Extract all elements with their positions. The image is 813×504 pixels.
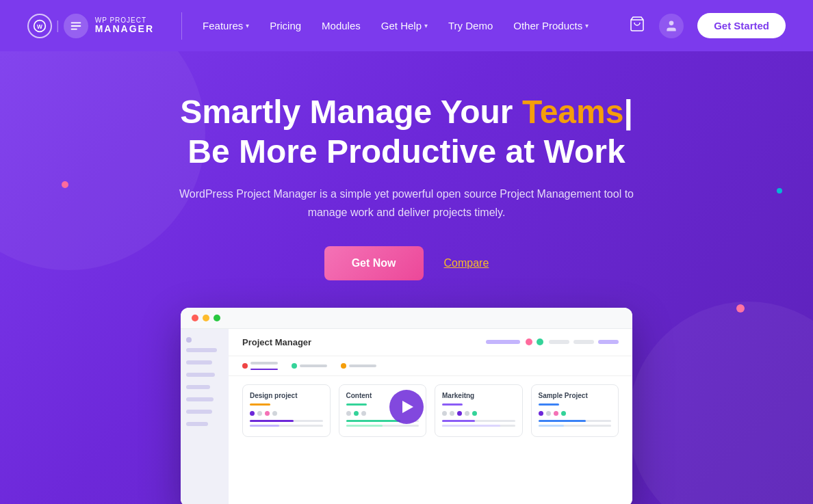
card-title: Sample Project — [539, 392, 612, 399]
nav-get-help[interactable]: Get Help ▾ — [381, 20, 428, 31]
hero-highlight: Teams — [522, 94, 624, 130]
mockup-titlebar — [181, 308, 632, 329]
dot-decoration — [777, 188, 782, 194]
card-title: Markeitng — [442, 392, 515, 399]
get-now-button[interactable]: Get Now — [324, 246, 424, 280]
mockup-card-design: Design project — [242, 384, 331, 437]
mockup-app-header: Project Manager — [229, 329, 632, 356]
mockup-main: Project Manager — [229, 329, 632, 504]
brand-text: WP PROJECT MANAGER — [95, 16, 154, 34]
compare-button[interactable]: Compare — [444, 257, 489, 269]
hero-title: Smartly Manage Your Teams| Be More Produ… — [180, 92, 633, 171]
nav-actions: Get Started — [629, 13, 786, 38]
svg-point-6 — [669, 21, 674, 25]
hero-section: Smartly Manage Your Teams| Be More Produ… — [0, 51, 813, 504]
user-icon[interactable] — [659, 14, 684, 38]
mac-maximize-dot — [214, 315, 220, 321]
logo-icons: W | — [27, 14, 88, 38]
svg-rect-3 — [70, 25, 81, 27]
product-screenshot: Project Manager — [181, 308, 632, 504]
svg-rect-4 — [70, 28, 77, 29]
hero-cta: Get Now Compare — [324, 246, 489, 280]
play-icon — [402, 401, 413, 413]
svg-rect-2 — [70, 22, 81, 23]
mockup-card-marketing: Markeitng — [435, 384, 523, 437]
chevron-down-icon: ▾ — [246, 22, 249, 29]
get-started-button[interactable]: Get Started — [697, 13, 786, 38]
navbar: W | WP PROJECT MANAGER Features ▾ Pricin… — [0, 0, 813, 51]
chevron-down-icon: ▾ — [585, 22, 589, 29]
logo-wpm-icon — [64, 14, 88, 38]
mockup-sidebar — [181, 329, 229, 504]
dot-decoration — [736, 304, 745, 313]
mac-minimize-dot — [203, 315, 209, 321]
nav-modules[interactable]: Modules — [322, 20, 361, 31]
mockup-app-title: Project Manager — [242, 337, 311, 347]
mockup-toolbar — [229, 356, 632, 376]
mac-close-dot — [192, 315, 198, 321]
svg-text:W: W — [37, 23, 42, 30]
cart-icon[interactable] — [629, 16, 645, 36]
chevron-down-icon: ▾ — [424, 22, 428, 29]
logo[interactable]: W | WP PROJECT MANAGER — [27, 14, 154, 38]
nav-try-demo[interactable]: Try Demo — [448, 20, 493, 31]
mockup-cards: Design project — [229, 376, 632, 445]
mockup-card-sample: Sample Project — [531, 384, 619, 437]
nav-other-products[interactable]: Other Products ▾ — [513, 20, 589, 31]
card-title: Design project — [250, 392, 323, 399]
logo-wp-icon: W — [27, 14, 52, 38]
nav-divider — [181, 12, 182, 40]
dot-decoration — [62, 181, 68, 188]
nav-features[interactable]: Features ▾ — [203, 20, 249, 31]
nav-pricing[interactable]: Pricing — [270, 20, 301, 31]
brand-bottom: MANAGER — [95, 24, 154, 34]
play-button[interactable] — [389, 390, 424, 424]
hero-subtitle: WordPress Project Manager is a simple ye… — [174, 185, 639, 222]
nav-links: Features ▾ Pricing Modules Get Help ▾ Tr… — [203, 20, 629, 31]
